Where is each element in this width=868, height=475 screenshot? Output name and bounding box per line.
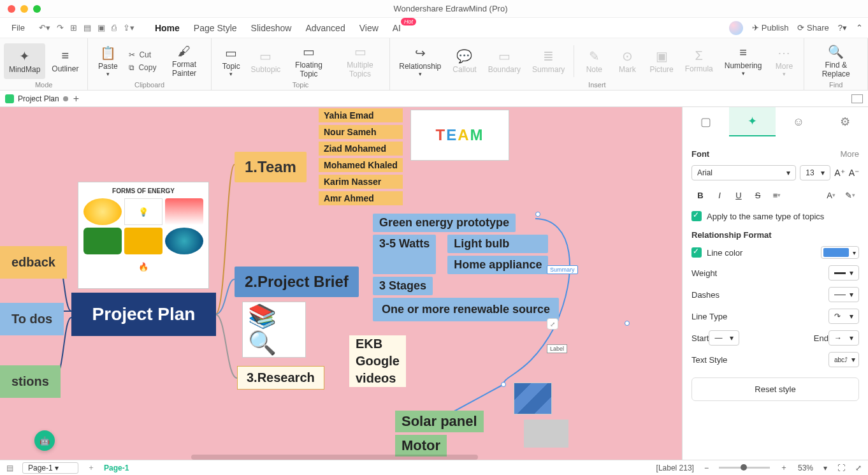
text-style-select[interactable]: abc⤴▾ (828, 352, 859, 367)
handle[interactable] (535, 212, 540, 217)
paste-button[interactable]: 📋Paste▾ (92, 43, 124, 79)
h-scrollbar[interactable] (191, 455, 478, 460)
share-button[interactable]: ⟳ Share (797, 23, 828, 33)
tab-view[interactable]: View (359, 23, 379, 33)
reset-style-button[interactable]: Reset style (691, 377, 859, 401)
canvas[interactable]: edback To dos stions Project Plan FORMS … (0, 107, 682, 460)
end-select[interactable]: →▾ (828, 330, 859, 346)
node-central[interactable]: Project Plan (71, 293, 216, 336)
save-icon[interactable]: ▣ (98, 23, 105, 33)
sp-tab-style[interactable]: ✦ (729, 107, 776, 136)
active-page[interactable]: Page-1 (104, 464, 129, 472)
help-icon[interactable]: ?▾ (838, 23, 847, 33)
energy-image[interactable]: FORMS OF ENERGY 💡 🔥 (78, 182, 209, 289)
underline-button[interactable]: U (730, 187, 748, 203)
team-image[interactable]: TEAM (410, 110, 509, 161)
find-replace-button[interactable]: 🔍Find & Replace (808, 43, 864, 79)
new-icon[interactable]: ⊞ (70, 23, 77, 33)
node-research[interactable]: 3.Research (237, 366, 324, 390)
motor-image[interactable] (524, 420, 568, 448)
brief-item[interactable]: Light bulb (447, 235, 548, 253)
sp-tab-outline[interactable]: ▢ (683, 107, 729, 136)
zoom-dropdown[interactable]: ▾ (823, 464, 827, 472)
member[interactable]: Yahia Emad (319, 108, 403, 122)
node-questions[interactable]: stions (0, 365, 61, 398)
open-icon[interactable]: ▤ (83, 23, 91, 33)
member[interactable]: Ziad Mohamed (319, 142, 403, 156)
fullscreen-icon[interactable]: ⤢ (855, 464, 862, 472)
tab-page-style[interactable]: Page Style (194, 23, 237, 33)
node-motor[interactable]: Motor (395, 435, 447, 457)
cut-button[interactable]: ✂Cut (129, 49, 156, 61)
font-size-select[interactable]: 13▾ (800, 165, 830, 180)
highlight-button[interactable]: ✎ (841, 187, 859, 203)
print-icon[interactable]: ⎙ (112, 23, 117, 33)
font-shrink-icon[interactable]: A⁻ (849, 168, 859, 178)
file-menu[interactable]: File (5, 20, 31, 35)
align-button[interactable]: ≡ (768, 187, 786, 203)
line-type-select[interactable]: ↷▾ (828, 309, 859, 324)
expand-handle[interactable]: ⤢ (547, 318, 558, 330)
document-tab[interactable]: Project Plan (5, 94, 68, 103)
floating-topic-button[interactable]: ▭Floating Topic (284, 43, 333, 79)
research-image[interactable]: 📚🔍 (242, 302, 306, 358)
font-family-select[interactable]: Arial▾ (691, 165, 796, 180)
handle[interactable] (625, 321, 630, 326)
solar-image[interactable] (514, 383, 552, 414)
tab-home[interactable]: Home (155, 23, 180, 33)
weight-select[interactable]: ▾ (828, 265, 859, 281)
node-team[interactable]: 1.Team (235, 152, 307, 182)
node-solar[interactable]: Solar panel (395, 411, 484, 432)
more-link[interactable]: More (840, 149, 859, 159)
node-todos[interactable]: To dos (0, 303, 64, 335)
outliner-mode-button[interactable]: ≡Outliner (47, 43, 83, 79)
publish-button[interactable]: ✈ Publish (752, 23, 788, 33)
collapse-ribbon-icon[interactable]: ⌃ (856, 23, 863, 33)
brief-item[interactable]: 3-5 Watts (373, 235, 436, 274)
sp-tab-settings[interactable]: ⚙ (821, 107, 868, 136)
brief-item[interactable]: Green energy prototype (373, 214, 516, 232)
tab-slideshow[interactable]: Slideshow (251, 23, 292, 33)
italic-button[interactable]: I (711, 187, 728, 203)
panel-toggle-icon[interactable] (851, 94, 863, 103)
sp-tab-icon[interactable]: ☺ (776, 107, 822, 136)
member[interactable]: Karim Nasser (319, 175, 403, 189)
brief-item[interactable]: Home appliance (447, 256, 548, 274)
research-item[interactable]: EKB (349, 335, 406, 353)
maximize-window[interactable] (33, 5, 41, 13)
node-project-brief[interactable]: 2.Project Brief (235, 267, 359, 297)
apply-same-checkbox[interactable] (691, 211, 702, 221)
pages-icon[interactable]: ▤ (6, 464, 13, 472)
brief-item[interactable]: 3 Stages (373, 277, 433, 295)
font-grow-icon[interactable]: A⁺ (834, 168, 844, 178)
handle[interactable] (501, 382, 506, 387)
research-item[interactable]: Google (349, 353, 406, 370)
member[interactable]: Amr Ahmed (319, 191, 403, 205)
strike-button[interactable]: S (749, 187, 767, 203)
page-select[interactable]: Page-1 ▾ (22, 462, 78, 474)
zoom-slider[interactable] (719, 467, 770, 469)
redo-icon[interactable]: ↷ (57, 23, 64, 33)
mindmap-mode-button[interactable]: ✦MindMap (4, 43, 45, 79)
brief-item[interactable]: One or more renewable source (373, 298, 559, 321)
zoom-out[interactable]: − (704, 464, 709, 472)
fit-icon[interactable]: ⛶ (837, 464, 845, 472)
relationship-button[interactable]: ↪Relationship▾ (394, 43, 446, 79)
minimize-window[interactable] (20, 5, 28, 13)
dashes-select[interactable]: ▾ (828, 287, 859, 302)
format-painter-button[interactable]: 🖌Format Painter (161, 43, 206, 79)
member[interactable]: Mohamed Khaled (319, 158, 403, 172)
add-tab-button[interactable]: + (73, 93, 79, 105)
avatar[interactable] (729, 21, 743, 35)
start-select[interactable]: —▾ (709, 330, 739, 346)
chat-assistant-icon[interactable]: 🤖 (34, 430, 55, 451)
zoom-in[interactable]: ＋ (780, 462, 788, 473)
undo-icon[interactable]: ↶▾ (39, 23, 50, 33)
label-tag[interactable]: Label (547, 344, 567, 353)
summary-tag[interactable]: Summary (547, 265, 578, 274)
research-item[interactable]: videos (349, 370, 406, 387)
font-color-button[interactable]: A (822, 187, 840, 203)
topic-button[interactable]: ▭Topic▾ (215, 43, 247, 79)
line-color-swatch[interactable]: ▾ (821, 246, 859, 259)
tab-advanced[interactable]: Advanced (305, 23, 345, 33)
